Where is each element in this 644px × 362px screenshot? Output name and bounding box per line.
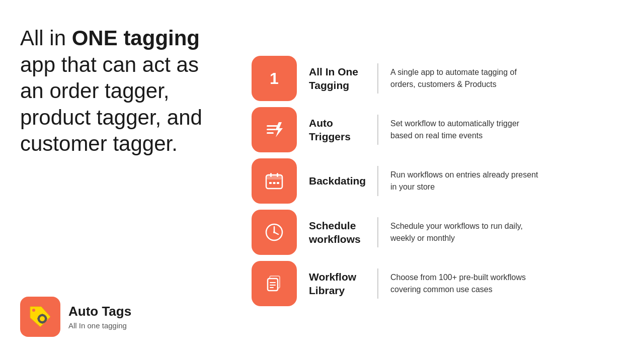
app-logo-icon [27, 304, 53, 330]
feature-desc-all-in-one: A single app to automate tagging of orde… [378, 66, 539, 90]
svg-rect-18 [277, 182, 279, 184]
headline-text-2: app that can act as an order tagger, pro… [20, 53, 202, 156]
svg-rect-14 [270, 173, 272, 177]
left-panel: All in ONE tagging app that can act as a… [20, 10, 231, 352]
headline: All in ONE tagging app that can act as a… [20, 25, 221, 157]
app-name: Auto Tags [68, 304, 131, 319]
svg-marker-11 [275, 122, 283, 137]
feature-label-schedule: Schedule workflows [297, 219, 377, 246]
svg-rect-10 [267, 132, 274, 134]
feature-desc-schedule: Schedule your workflows to run daily, we… [378, 220, 539, 244]
headline-bold: ONE tagging [72, 26, 200, 50]
svg-rect-17 [273, 182, 276, 184]
feature-row-all-in-one: 1 All In One Tagging A single app to aut… [252, 56, 624, 101]
svg-rect-13 [266, 175, 282, 179]
svg-rect-8 [267, 125, 278, 127]
feature-label-auto-triggers: Auto Triggers [297, 116, 377, 144]
calendar-icon [263, 169, 286, 193]
svg-rect-3 [42, 322, 43, 324]
app-text-info: Auto Tags All In one tagging [68, 304, 131, 330]
feature-row-schedule: Schedule workflows Schedule your workflo… [252, 210, 624, 255]
feature-icon-library [252, 261, 297, 306]
feature-desc-backdating: Run workflows on entries already present… [378, 169, 539, 193]
feature-icon-schedule [252, 210, 297, 255]
app-subtitle: All In one tagging [68, 321, 131, 330]
clock-icon [263, 221, 286, 244]
svg-rect-9 [267, 129, 276, 130]
feature-label-all-in-one: All In One Tagging [297, 65, 377, 93]
svg-point-22 [273, 231, 275, 233]
svg-rect-5 [45, 318, 47, 319]
feature-row-backdating: Backdating Run workflows on entries alre… [252, 158, 624, 204]
app-icon [20, 297, 60, 337]
svg-rect-2 [42, 314, 43, 316]
svg-point-1 [40, 316, 45, 321]
feature-row-library: Workflow Library Choose from 100+ pre-bu… [252, 261, 624, 306]
feature-desc-auto-triggers: Set workflow to automatically trigger ba… [378, 118, 539, 142]
right-panel: 1 All In One Tagging A single app to aut… [231, 10, 624, 352]
number-1-icon: 1 [263, 67, 286, 90]
feature-icon-backdating [252, 158, 297, 204]
svg-text:1: 1 [270, 69, 279, 87]
feature-desc-library: Choose from 100+ pre-built workflows cov… [378, 272, 539, 296]
feature-icon-all-in-one: 1 [252, 56, 297, 101]
feature-label-backdating: Backdating [297, 174, 377, 188]
page-container: All in ONE tagging app that can act as a… [0, 0, 644, 362]
svg-rect-16 [269, 182, 272, 184]
library-icon [263, 272, 286, 295]
app-info: Auto Tags All In one tagging [20, 297, 221, 337]
feature-icon-auto-triggers [252, 107, 297, 152]
svg-point-6 [32, 309, 35, 312]
feature-row-auto-triggers: Auto Triggers Set workflow to automatica… [252, 107, 624, 152]
headline-text-1: All in [20, 26, 72, 50]
feature-label-library: Workflow Library [297, 270, 377, 298]
svg-rect-15 [277, 173, 278, 177]
lightning-icon [263, 118, 286, 141]
svg-rect-4 [37, 318, 39, 319]
